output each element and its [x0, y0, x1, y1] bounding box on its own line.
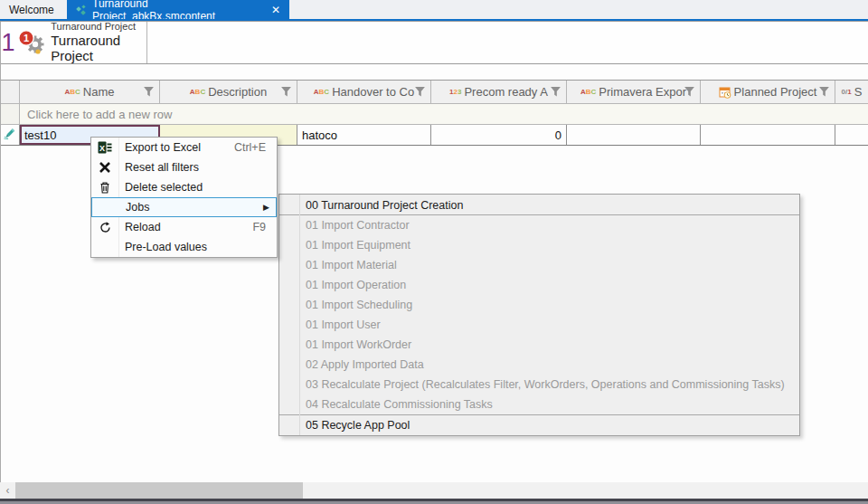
- filter-funnel-icon[interactable]: [550, 86, 561, 100]
- menu-item-job-02-apply[interactable]: 02 Apply Imported Data: [279, 355, 799, 375]
- filter-funnel-icon[interactable]: [818, 86, 830, 100]
- column-header-precom[interactable]: 123 Precom ready A: [431, 81, 567, 103]
- add-row-indicator-cell: [0, 104, 20, 124]
- tab-welcome-label: Welcome: [9, 4, 54, 16]
- tab-turnaround-project[interactable]: Turnaround Project_abkBx.smcontent ✕: [67, 0, 289, 19]
- menu-item-job-01-workorder[interactable]: 01 Import WorkOrder: [279, 335, 799, 355]
- filter-funnel-icon[interactable]: [280, 86, 292, 100]
- scroll-left-icon[interactable]: ‹: [0, 482, 15, 499]
- menu-item-job-00[interactable]: 00 Turnaround Project Creation: [279, 195, 799, 215]
- add-row-hint[interactable]: Click here to add a new row: [20, 104, 868, 124]
- column-header-handover[interactable]: ABC Handover to Co: [297, 81, 431, 103]
- jobs-submenu: 00 Turnaround Project Creation 01 Import…: [278, 194, 800, 436]
- refresh-icon: [91, 221, 118, 234]
- text-type-icon: ABC: [580, 88, 596, 96]
- submenu-arrow-icon: ▶: [263, 203, 276, 212]
- cell-primavera[interactable]: [567, 125, 701, 145]
- text-type-icon: ABC: [64, 88, 80, 96]
- tab-welcome[interactable]: Welcome: [0, 0, 63, 19]
- svg-text:X: X: [99, 144, 105, 153]
- filter-funnel-icon[interactable]: [143, 86, 155, 100]
- add-new-row[interactable]: Click here to add a new row: [0, 104, 868, 125]
- cell-s[interactable]: [835, 125, 868, 145]
- scrollbar-thumb[interactable]: [15, 482, 303, 499]
- close-tab-icon[interactable]: ✕: [262, 4, 280, 16]
- calendar-clock-icon: [719, 86, 731, 99]
- cell-planned[interactable]: [701, 125, 835, 145]
- column-header-description[interactable]: ABC Description: [160, 81, 297, 103]
- excel-icon: X: [91, 140, 118, 155]
- menu-item-job-01-scheduling[interactable]: 01 Import Scheduling: [279, 295, 799, 315]
- record-titles: Turnaround Project Turnaround Project: [51, 21, 146, 63]
- menu-item-reload[interactable]: Reload F9: [91, 217, 277, 237]
- menu-item-job-01-contractor[interactable]: 01 Import Contractor: [279, 215, 799, 235]
- submenu-icon-gutter: [299, 195, 300, 435]
- svg-text:1: 1: [24, 33, 29, 43]
- menu-item-job-04-recalculate-commissioning[interactable]: 04 Recalculate Commissioning Tasks: [279, 395, 799, 414]
- header-indicator-cell: [0, 81, 20, 103]
- menu-item-job-01-user[interactable]: 01 Import User: [279, 315, 799, 335]
- cell-handover[interactable]: hatoco: [297, 125, 431, 145]
- tab-bar: Welcome Turnaround Project_abkBx.smconte…: [0, 0, 868, 19]
- row-edit-indicator: [0, 125, 20, 145]
- smcontent-icon: [76, 5, 87, 15]
- context-menu: X Export to Excel Ctrl+E Reset all filte…: [90, 137, 278, 258]
- column-header-primavera[interactable]: ABC Primavera Expor: [567, 81, 701, 103]
- x-icon: [91, 161, 118, 174]
- window-left-border: [0, 22, 1, 499]
- record-header-band: 1 1: [0, 22, 868, 64]
- menu-item-job-05-recycle[interactable]: 05 Recycle App Pool: [279, 414, 799, 434]
- menu-item-job-01-material[interactable]: 01 Import Material: [279, 255, 799, 275]
- project-gear-badge-icon: 1: [16, 27, 47, 58]
- app-window: Welcome Turnaround Project_abkBx.smconte…: [0, 0, 868, 504]
- filter-funnel-icon[interactable]: [684, 86, 695, 100]
- cell-precom[interactable]: 0: [431, 125, 567, 145]
- grid-header-row: ABC Name ABC Description ABC Handover to…: [0, 80, 868, 104]
- menu-item-job-01-equipment[interactable]: 01 Import Equipment: [279, 235, 799, 255]
- horizontal-scrollbar[interactable]: ‹: [0, 482, 868, 499]
- text-type-icon: ABC: [314, 88, 329, 96]
- record-row-number: 1: [0, 29, 16, 57]
- menu-item-preload-values[interactable]: Pre-Load values: [91, 237, 277, 257]
- menu-item-delete-selected[interactable]: Delete selected: [91, 177, 277, 197]
- shortcut-label: Ctrl+E: [234, 141, 277, 154]
- number-type-icon: 123: [449, 88, 461, 96]
- menu-item-job-01-operation[interactable]: 01 Import Operation: [279, 275, 799, 295]
- pencil-edit-icon: [3, 127, 16, 143]
- menu-item-reset-filters[interactable]: Reset all filters: [91, 157, 277, 177]
- record-header-cell: 1 1: [0, 22, 147, 63]
- shortcut-label: F9: [252, 221, 277, 233]
- menu-item-jobs[interactable]: Jobs ▶: [91, 197, 277, 217]
- column-header-s[interactable]: 0/1 S: [835, 81, 868, 103]
- filter-funnel-icon[interactable]: [414, 86, 426, 100]
- menu-item-export-excel[interactable]: X Export to Excel Ctrl+E: [91, 138, 277, 157]
- trash-icon: [91, 181, 118, 194]
- record-subtitle: Turnaround Project: [51, 21, 146, 33]
- record-title: Turnaround Project: [51, 33, 146, 64]
- text-type-icon: ABC: [190, 88, 205, 96]
- boolean-type-icon: 0/1: [842, 88, 852, 96]
- menu-item-job-03-recalculate-project[interactable]: 03 Recalculate Project (Recalculates Fil…: [279, 375, 799, 395]
- column-header-name[interactable]: ABC Name: [20, 81, 160, 103]
- column-header-planned[interactable]: Planned Project: [701, 81, 835, 103]
